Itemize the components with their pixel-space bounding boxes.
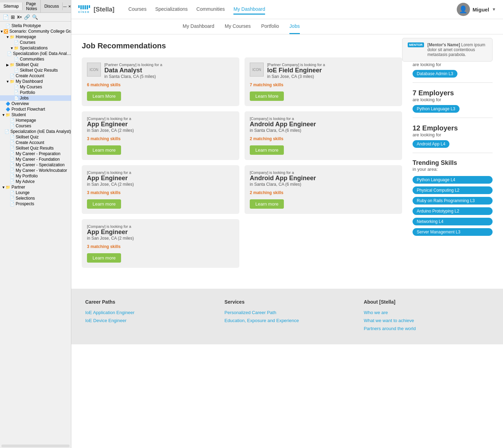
tree-s-courses[interactable]: 📄 Courses — [0, 123, 71, 129]
learn-more-button-2[interactable]: Learn More — [250, 91, 284, 101]
jobs-section: Job Recommendations ICON [Partner Compan… — [82, 41, 402, 268]
nav-communities[interactable]: Communities — [197, 5, 225, 15]
tree-jobs[interactable]: 📄 Jobs — [0, 95, 71, 101]
tree-s-results[interactable]: 📄 Skillset Quiz Results — [0, 145, 71, 151]
footer-link-who-we-are[interactable]: Who we are — [364, 310, 489, 315]
minimize-button[interactable]: — — [63, 4, 67, 8]
folder-icon: 📁 — [10, 63, 15, 67]
job-card-4: [Company] is looking for a Android App E… — [245, 111, 402, 160]
tree-skillset-quiz[interactable]: ▶ 📁 Skillset Quiz — [0, 62, 71, 67]
sitemap-tool-search[interactable]: 🔍 — [32, 14, 38, 20]
tree-p-selections[interactable]: 📄 Selections — [0, 195, 71, 201]
tree-spec-iot[interactable]: 📄 Specialization (IoE Data Anal… — [0, 51, 71, 56]
trending-skill-3[interactable]: Ruby on Rails Programming L3 — [413, 197, 493, 205]
tree-label: Specialization (IoE Data Anal… — [13, 51, 71, 56]
scrollbar[interactable] — [1, 445, 70, 447]
employer-label: are looking for — [413, 132, 493, 137]
tree-p-lounge[interactable]: 📄 Lounge — [0, 190, 71, 195]
tree-label: Jobs — [20, 96, 29, 101]
footer-link-ioe-app[interactable]: IoE Application Engineer — [85, 310, 210, 315]
tree-student[interactable]: ▼ 📁 Student — [0, 112, 71, 118]
tree-scenario[interactable]: ▼ 🔀 Scenario: Community College Grad — [0, 29, 71, 34]
learn-more-button-6[interactable]: Learn more — [250, 199, 284, 209]
tree-label: Homepage — [16, 34, 36, 39]
subnav-portfolio[interactable]: Portfolio — [261, 19, 279, 34]
page-icon: 📄 — [6, 24, 10, 28]
tree-my-courses[interactable]: 📄 My Courses — [0, 84, 71, 90]
tree-s-career-work[interactable]: 📄 My Career - Work/Incubator — [0, 168, 71, 173]
skill-badge[interactable]: Android App L4 — [413, 140, 449, 148]
sitemap-panel: Sitemap Page Notes Discuss — ✕ 📄 ⊞ X= 🔗 … — [0, 0, 71, 448]
trending-skill-4[interactable]: Arduino Prototyping L2 — [413, 207, 493, 215]
diagram-icon: 🔷 — [6, 102, 10, 106]
tree-partner[interactable]: ▼ 📁 Partner — [0, 184, 71, 190]
footer-link-what-we-want[interactable]: What we want to achieve — [364, 318, 489, 323]
job-card-6: [Company] is looking for a Android App E… — [245, 165, 402, 214]
subnav-jobs[interactable]: Jobs — [289, 19, 300, 34]
sitemap-tool-link[interactable]: 🔗 — [24, 14, 30, 20]
tree-homepage[interactable]: ▼ 📁 Homepage — [0, 34, 71, 40]
employer-block-3: 12 Employers are looking for Android App… — [413, 124, 493, 153]
job-info: [Company] is looking for a App Engineer … — [87, 170, 234, 187]
tree-label: Partner — [11, 185, 25, 190]
tree-s-portfolio[interactable]: 📄 My Portfolio — [0, 173, 71, 179]
learn-more-button-1[interactable]: Learn More — [87, 91, 121, 101]
footer-link-career-path[interactable]: Personalized Career Path — [224, 310, 350, 315]
subnav-my-courses[interactable]: My Courses — [225, 19, 251, 34]
footer-link-education[interactable]: Education, Exposure and Experience — [224, 318, 350, 323]
tree-specializations[interactable]: ▼ 📁 Specializations — [0, 45, 71, 51]
skill-badge[interactable]: Database Admin L3 — [413, 70, 457, 78]
tree-portfolio[interactable]: 📄 Portfolio — [0, 90, 71, 95]
tree-label: Communities — [20, 57, 44, 62]
job-looking-for: [Partner Company] is looking for a — [267, 63, 397, 67]
footer-link-ioe-device[interactable]: IoE Device Engineer — [85, 318, 210, 323]
expand-icon: ▼ — [10, 46, 14, 50]
trending-skill-5[interactable]: Networking L4 — [413, 218, 493, 225]
tree-product-flowchart[interactable]: 🔷 Product Flowchart — [0, 106, 71, 112]
nav-specializations[interactable]: Specializations — [155, 5, 187, 15]
tree-overview[interactable]: 🔷 Overview — [0, 101, 71, 106]
trending-skill-2[interactable]: Physical Computing L2 — [413, 186, 493, 194]
sitemap-tool-grid[interactable]: ⊞ — [11, 14, 15, 20]
cisco-bar — [89, 5, 90, 8]
tree-s-homepage[interactable]: 📄 Homepage — [0, 118, 71, 123]
tree-s-create[interactable]: 📄 Create Account — [0, 140, 71, 145]
tree-courses[interactable]: 📄 Courses — [0, 40, 71, 45]
job-title: Android App Engineer — [250, 175, 397, 182]
tab-discuss[interactable]: Discuss — [41, 2, 63, 10]
tree-s-career-spec[interactable]: 📄 My Career - Specialization — [0, 162, 71, 168]
learn-more-button-7[interactable]: Learn more — [87, 253, 121, 263]
tab-page-notes[interactable]: Page Notes — [23, 0, 41, 13]
tree-label: Skillset Quiz Results — [20, 68, 58, 73]
tree-label: Lounge — [16, 190, 30, 195]
tree-s-career-found[interactable]: 📄 My Career - Foundation — [0, 157, 71, 162]
tree-p-prospects[interactable]: 📄 Prospects — [0, 201, 71, 207]
tree-skillset-results[interactable]: 📄 Skillset Quiz Results — [0, 67, 71, 73]
nav-courses[interactable]: Courses — [128, 5, 146, 15]
tree-my-dashboard[interactable]: ▼ 📁 My Dashboard — [0, 79, 71, 84]
user-dropdown-arrow[interactable]: ▼ — [492, 7, 496, 12]
learn-more-button-5[interactable]: Learn more — [87, 199, 121, 209]
learn-more-button-3[interactable]: Learn more — [87, 145, 121, 155]
sitemap-tool-page[interactable]: 📄 — [3, 14, 9, 20]
trending-skill-6[interactable]: Server Management L3 — [413, 228, 493, 236]
tree-s-spec[interactable]: 📄 Specialization (IoE Data Analyst) — [0, 129, 71, 134]
page-icon: 📄 — [10, 196, 15, 201]
subnav-my-dashboard[interactable]: My Dashboard — [183, 19, 214, 34]
skill-badge[interactable]: Python Language L3 — [413, 105, 460, 113]
cisco-text: cisco — [78, 10, 90, 14]
tree-create-account[interactable]: 📄 Create Account — [0, 73, 71, 79]
tab-sitemap[interactable]: Sitemap — [0, 2, 23, 10]
tree-s-advice[interactable]: 📄 My Advice — [0, 179, 71, 184]
learn-more-button-4[interactable]: Learn more — [250, 145, 284, 155]
tree-label: My Advice — [16, 179, 35, 184]
tree-s-career-prep[interactable]: 📄 My Career - Preparation — [0, 151, 71, 157]
tree-s-skillset[interactable]: 📄 Skillset Quiz — [0, 134, 71, 140]
sitemap-tool-x[interactable]: X= — [17, 15, 22, 19]
tree-communities[interactable]: 📄 Communities — [0, 56, 71, 62]
trending-skill-1[interactable]: Python Language L4 — [413, 176, 493, 184]
sitemap-tree: 📄 Stella Prototype ▼ 🔀 Scenario: Communi… — [0, 22, 71, 444]
nav-my-dashboard[interactable]: My Dashboard — [233, 5, 265, 15]
footer-link-partners[interactable]: Partners around the world — [364, 326, 489, 331]
tree-stella-prototype[interactable]: 📄 Stella Prototype — [0, 23, 71, 29]
